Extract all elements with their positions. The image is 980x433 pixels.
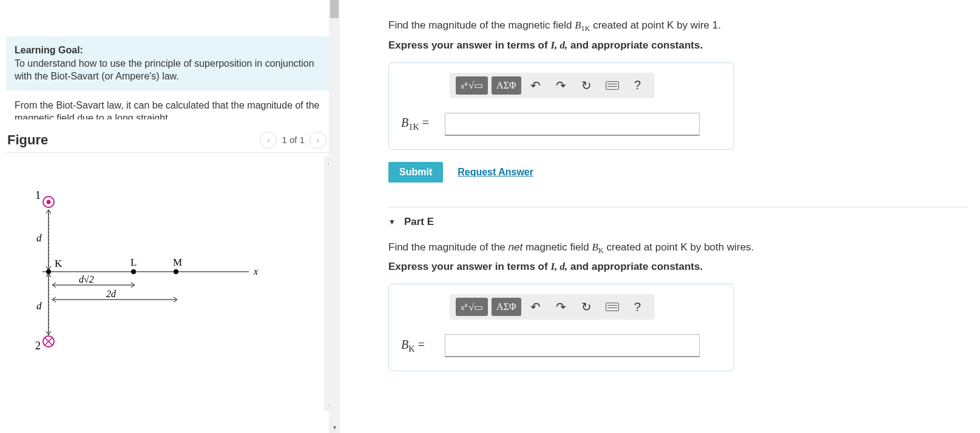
reset-button[interactable]: ↻ xyxy=(576,76,598,95)
keyboard-icon xyxy=(606,81,619,90)
wire1-label: 1 xyxy=(35,189,41,201)
point-k: K xyxy=(55,258,63,269)
redo-button[interactable]: ↷ xyxy=(550,298,572,316)
learning-goal-title: Learning Goal: xyxy=(15,45,83,55)
figure-pager: ‹ 1 of 1 › xyxy=(260,132,326,149)
parte-answer-box: xa√▭ ΑΣΦ ↶ ↷ ↻ ? BK = xyxy=(388,284,734,371)
learning-goal-text: To understand how to use the principle o… xyxy=(15,58,314,82)
greek-button[interactable]: ΑΣΦ xyxy=(492,76,521,95)
greek-button[interactable]: ΑΣΦ xyxy=(492,298,521,316)
keyboard-button[interactable] xyxy=(601,298,623,316)
help-button[interactable]: ? xyxy=(627,298,649,316)
keyboard-button[interactable] xyxy=(601,76,623,95)
q-post: created at point K by wire 1. xyxy=(590,19,720,31)
figure-heading: Figure xyxy=(7,132,48,148)
wire2-label: 2 xyxy=(35,340,41,352)
svg-point-11 xyxy=(174,269,178,274)
dist-kl: d√2 xyxy=(79,274,94,284)
redo-button[interactable]: ↷ xyxy=(550,76,572,95)
parte-title: Part E xyxy=(404,216,434,228)
left-panel: Learning Goal: To understand how to use … xyxy=(0,0,340,433)
partd-actions: Submit Request Answer xyxy=(388,162,968,183)
equation-toolbar: xa√▭ ΑΣΦ ↶ ↷ ↻ ? xyxy=(450,73,655,98)
q-var: B xyxy=(575,19,581,31)
inst-pre: Express your answer in terms of xyxy=(388,39,550,51)
templates-button[interactable]: xa√▭ xyxy=(456,298,488,316)
partd-instruction: Express your answer in terms of I, d, an… xyxy=(388,39,968,52)
pager-text: 1 of 1 xyxy=(282,135,305,145)
submit-button[interactable]: Submit xyxy=(388,162,443,183)
right-panel: Find the magnitude of the magnetic field… xyxy=(340,0,980,433)
answer-label: B1K = xyxy=(401,116,438,132)
dist-km: 2d xyxy=(106,289,117,299)
parte-body: Find the magnitude of the net magnetic f… xyxy=(388,240,968,372)
keyboard-icon xyxy=(606,303,619,311)
d-top-label: d xyxy=(36,232,42,244)
partd-question: Find the magnitude of the magnetic field… xyxy=(388,18,968,35)
q-pre: Find the magnitude of the magnetic field xyxy=(388,19,575,31)
figure-header: Figure ‹ 1 of 1 › xyxy=(6,119,335,153)
equation-toolbar-e: xa√▭ ΑΣΦ ↶ ↷ ↻ ? xyxy=(450,294,655,320)
axis-label: x xyxy=(253,266,258,277)
answer-input-e[interactable] xyxy=(445,334,700,357)
collapse-icon: ▼ xyxy=(388,218,396,226)
pager-prev-button[interactable]: ‹ xyxy=(260,132,277,149)
templates-button[interactable]: xa√▭ xyxy=(456,76,488,95)
inst-post: and appropriate constants. xyxy=(567,39,703,51)
figure-diagram: x 1 2 d d K L xyxy=(6,181,267,363)
intro-text: From the Biot-Savart law, it can be calc… xyxy=(6,90,335,119)
parte-question: Find the magnitude of the net magnetic f… xyxy=(388,240,968,257)
scroll-thumb[interactable] xyxy=(330,0,339,18)
point-l: L xyxy=(130,257,137,268)
parte-instruction: Express your answer in terms of I, d, an… xyxy=(388,261,968,273)
q-sub: 1K xyxy=(581,24,590,33)
learning-goal-box: Learning Goal: To understand how to use … xyxy=(6,36,335,90)
svg-point-3 xyxy=(47,200,51,204)
inst-vars: I, d, xyxy=(550,39,567,51)
help-button[interactable]: ? xyxy=(627,76,649,95)
d-bot-label: d xyxy=(36,300,42,312)
reset-button[interactable]: ↻ xyxy=(576,298,598,316)
svg-point-10 xyxy=(131,269,136,274)
svg-point-9 xyxy=(46,269,51,274)
left-scrollbar[interactable]: ▾ xyxy=(329,0,340,433)
equation-row-e: BK = xyxy=(401,334,721,357)
undo-button[interactable]: ↶ xyxy=(525,298,547,316)
parte-header[interactable]: ▼ Part E xyxy=(388,207,968,228)
answer-input[interactable] xyxy=(445,113,700,136)
scroll-down-arrow-icon[interactable]: ▾ xyxy=(333,421,336,433)
pager-next-button[interactable]: › xyxy=(309,132,326,149)
point-m: M xyxy=(173,257,182,268)
partd-answer-box: xa√▭ ΑΣΦ ↶ ↷ ↻ ? B1K = xyxy=(388,62,734,150)
answer-label-e: BK = xyxy=(401,338,438,354)
undo-button[interactable]: ↶ xyxy=(525,76,547,95)
equation-row: B1K = xyxy=(401,113,721,136)
request-answer-link[interactable]: Request Answer xyxy=(458,167,533,178)
figure-container: x 1 2 d d K L xyxy=(6,156,335,411)
